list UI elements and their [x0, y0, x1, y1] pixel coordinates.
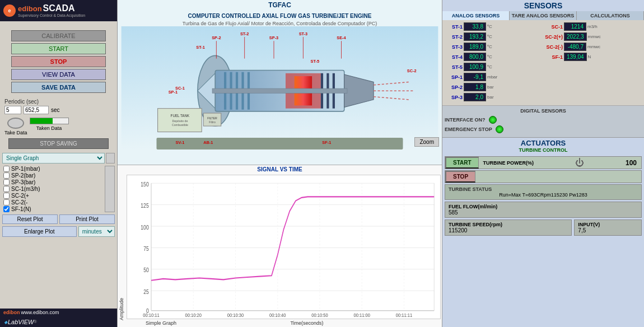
signal-sc2m-checkbox[interactable]	[3, 199, 10, 205]
sensor-st1-value: 33,8	[464, 22, 486, 31]
svg-text:SC-2: SC-2	[407, 68, 417, 73]
svg-text:00:10:50: 00:10:50	[311, 312, 328, 318]
tab-tare-sensors[interactable]: TARE ANALOG SENSORS	[510, 11, 577, 20]
signal-list: SP-1(mbar) SP-2(bar) SP-3(bar) SC-1(m3/h…	[2, 166, 105, 212]
turbine-speed-row: TURBINE SPEED(rpm) 115200 INPUT(V) 7,5	[445, 219, 642, 236]
footer-edibon-text: edibon	[3, 310, 20, 315]
take-data-button[interactable]	[7, 118, 24, 129]
signal-sc1-label: SC-1(m3/h)	[11, 186, 40, 192]
actuators-subtitle: TURBINE CONTROL	[444, 147, 643, 153]
sensor-st1-label: ST-1	[445, 24, 463, 30]
logo-subtitle: Supervisory Control & Data Acquisition	[18, 13, 85, 18]
graph-actions2: Enlarge Plot minutes	[2, 226, 115, 237]
signal-sf1-label: SF-1(N)	[11, 206, 31, 212]
signal-sc1-checkbox[interactable]	[3, 186, 10, 192]
signal-sp2-checkbox[interactable]	[3, 172, 10, 179]
sensor-sc2p-unit: mmwc	[588, 34, 604, 39]
sensor-sc2m-unit: mmwc	[587, 44, 603, 49]
sensor-sp3-value: 2,0	[464, 93, 486, 101]
stop-saving-button[interactable]: STOP SAVING	[8, 138, 109, 149]
sensor-st4: ST-4 800,0 ºC	[445, 53, 542, 61]
signal-chart-area: SIGNAL VS TIME Amplitude	[118, 165, 442, 327]
signal-sc2p-checkbox[interactable]	[3, 193, 10, 199]
svg-text:00:10:11: 00:10:11	[143, 312, 159, 318]
actuators-body: START TURBINE POWER(%) ⏻ 100 STOP TURBIN…	[442, 154, 644, 238]
reset-plot-button[interactable]: Reset Plot	[2, 214, 58, 224]
svg-text:AB-1: AB-1	[203, 139, 213, 144]
turbine-svg: FUEL TANK Depósito de Combustible FILTER…	[118, 26, 442, 150]
stop-button[interactable]: STOP	[11, 56, 106, 67]
svg-text:50: 50	[143, 267, 149, 273]
view-data-button[interactable]: VIEW DATA	[11, 69, 106, 80]
signal-sc2m: SC-2(-	[3, 199, 104, 205]
sensors-tabs: ANALOG SENSORS TARE ANALOG SENSORS CALCU…	[442, 11, 644, 20]
periodic-display-input[interactable]	[24, 106, 49, 114]
interface-on-row: INTERFACE ON?	[445, 116, 642, 124]
actuators-section: ACTUATORS TURBINE CONTROL START TURBINE …	[442, 137, 644, 327]
sensor-sp1: SP-1 -9,1 mbar	[445, 73, 542, 81]
chart-main: 150 125 100 75 50 25 0 00:10:11 00:10:20…	[127, 175, 441, 319]
sensor-sp3-unit: bar	[487, 95, 503, 100]
signal-scrollbar[interactable]	[105, 166, 115, 212]
diagram-subtitle2: Turbina de Gas de Flujo Axial/ Motor de …	[118, 21, 442, 26]
graph-scroll[interactable]	[106, 153, 115, 164]
chart-container: Amplitude	[118, 174, 442, 320]
chart-title: SIGNAL VS TIME	[118, 165, 442, 174]
sensor-sc1: SC-1 1214 m3/h	[545, 22, 642, 31]
analog-sensors-col: ST-1 33,8 ºC ST-2 193,2 ºC ST-3 189,0 ºC…	[445, 22, 542, 103]
periodic-value-input[interactable]	[4, 106, 21, 114]
signal-sf1-checkbox[interactable]	[3, 206, 10, 212]
print-plot-button[interactable]: Print Plot	[59, 214, 115, 224]
sensor-sc2m-value: -480,7	[564, 43, 586, 51]
digital-sensors-section: DIGITAL SENSORS INTERFACE ON? EMERGENCY …	[442, 105, 644, 137]
sensor-sp3: SP-3 2,0 bar	[445, 93, 542, 101]
turbine-status-value: Run=Max T=693CRpm115230 Pw1283	[449, 192, 638, 198]
periodic-section: Periodic (sec) sec	[0, 96, 117, 116]
sensor-st5-unit: ºC	[487, 64, 503, 69]
emergency-led	[496, 125, 503, 133]
tab-analog-sensors[interactable]: ANALOG SENSORS	[442, 11, 510, 20]
calibrate-button[interactable]: CALIBRATE	[11, 30, 106, 41]
time-unit-select[interactable]: minutes	[78, 226, 115, 237]
sensor-sp2: SP-2 1,8 bar	[445, 83, 542, 91]
actuator-stop-button[interactable]: STOP	[445, 171, 475, 183]
emergency-stop-row: EMERGENCY STOP	[445, 125, 642, 133]
svg-text:00:11:00: 00:11:00	[354, 312, 370, 318]
actuators-title: ACTUATORS	[444, 139, 643, 147]
graph-type-select[interactable]: Single Graph	[2, 153, 105, 164]
zoom-button[interactable]: Zoom	[414, 137, 439, 147]
chart-bottom-row: Simple Graph Time(seconds)	[118, 320, 442, 327]
signal-sc2m-label: SC-2(-	[11, 199, 27, 205]
actuator-power-area: TURBINE POWER(%) ⏻ 100	[479, 158, 641, 168]
right-panel: SENSORS ANALOG SENSORS TARE ANALOG SENSO…	[442, 0, 644, 327]
signal-sp3: SP-3(bar)	[3, 179, 104, 185]
signal-sp3-checkbox[interactable]	[3, 179, 10, 185]
fuel-flow-box: FUEL FLOW(ml/min) 585	[445, 202, 642, 218]
sensor-sc2p-label: SC-2(+)	[545, 34, 563, 40]
svg-text:Combustible: Combustible	[172, 123, 188, 127]
sensor-st2-unit: ºC	[487, 34, 503, 39]
sensor-sc1-label: SC-1	[545, 24, 563, 30]
signal-sp1: SP-1(mbar)	[3, 166, 104, 172]
signal-sp2-label: SP-2(bar)	[11, 172, 35, 179]
fuel-value: 585	[449, 209, 638, 216]
signal-sp1-checkbox[interactable]	[3, 166, 10, 172]
save-data-button[interactable]: SAVE DATA	[11, 82, 106, 93]
graph-actions: Reset Plot Print Plot	[2, 214, 115, 224]
enlarge-plot-button[interactable]: Enlarge Plot	[2, 226, 77, 237]
sensor-sp1-value: -9,1	[464, 73, 486, 81]
svg-text:100: 100	[141, 224, 149, 231]
chart-y-label: Amplitude	[118, 174, 125, 320]
sensor-st3: ST-3 189,0 ºC	[445, 43, 542, 51]
sensor-sp1-unit: mbar	[487, 74, 503, 80]
start-button[interactable]: START	[11, 43, 106, 54]
logo-area: e edibon SCADA Supervisory Control & Dat…	[0, 0, 117, 21]
svg-text:ST-3: ST-3	[299, 31, 307, 36]
actuator-start-button[interactable]: START	[445, 157, 479, 169]
logo-icon: e	[3, 4, 16, 17]
svg-text:ST-1: ST-1	[196, 44, 204, 49]
svg-text:125: 125	[141, 202, 149, 209]
tab-calculations[interactable]: CALCULATIONS	[577, 11, 644, 20]
turbine-image-area: FUEL TANK Depósito de Combustible FILTER…	[118, 26, 442, 150]
sensor-sc2m-label: SC-2(-)	[545, 44, 563, 50]
